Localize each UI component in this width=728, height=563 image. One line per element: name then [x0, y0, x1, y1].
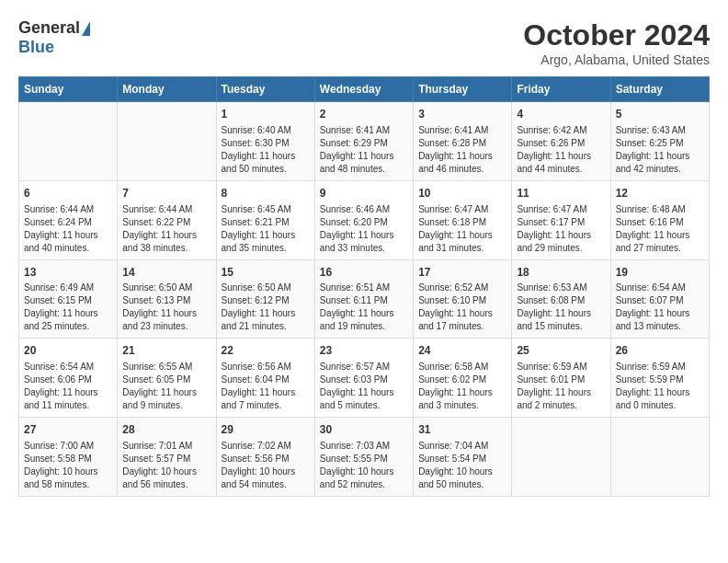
day-info: Sunrise: 6:41 AMSunset: 6:29 PMDaylight:… [320, 124, 408, 176]
day-number: 30 [320, 422, 408, 438]
calendar-cell: 2Sunrise: 6:41 AMSunset: 6:29 PMDaylight… [314, 102, 413, 181]
calendar-week-row: 6Sunrise: 6:44 AMSunset: 6:24 PMDaylight… [19, 180, 710, 259]
calendar-week-row: 20Sunrise: 6:54 AMSunset: 6:06 PMDayligh… [19, 339, 710, 418]
calendar-cell: 22Sunrise: 6:56 AMSunset: 6:04 PMDayligh… [216, 339, 314, 418]
logo-blue-text: Blue [18, 38, 54, 57]
calendar-cell: 23Sunrise: 6:57 AMSunset: 6:03 PMDayligh… [314, 339, 413, 418]
day-number: 14 [122, 265, 210, 281]
day-number: 15 [222, 265, 310, 281]
calendar-cell: 13Sunrise: 6:49 AMSunset: 6:15 PMDayligh… [19, 259, 118, 339]
calendar-cell: 1Sunrise: 6:40 AMSunset: 6:30 PMDaylight… [216, 102, 314, 181]
calendar-cell [610, 418, 709, 497]
day-number: 2 [320, 107, 408, 122]
day-number: 13 [24, 265, 112, 281]
calendar-cell [19, 102, 118, 181]
day-number: 21 [122, 343, 210, 359]
calendar-cell: 17Sunrise: 6:52 AMSunset: 6:10 PMDayligh… [414, 259, 512, 339]
calendar-cell: 20Sunrise: 6:54 AMSunset: 6:06 PMDayligh… [19, 339, 118, 418]
day-number: 18 [517, 265, 605, 281]
day-info: Sunrise: 7:04 AMSunset: 5:54 PMDaylight:… [418, 440, 506, 491]
day-info: Sunrise: 6:57 AMSunset: 6:03 PMDaylight:… [320, 361, 408, 412]
col-saturday: Saturday [610, 77, 709, 102]
day-number: 31 [418, 422, 506, 438]
day-number: 9 [320, 186, 408, 201]
calendar-cell [118, 102, 216, 181]
day-info: Sunrise: 6:46 AMSunset: 6:20 PMDaylight:… [320, 203, 408, 255]
calendar-cell [512, 418, 610, 497]
day-number: 20 [24, 343, 112, 359]
day-info: Sunrise: 6:52 AMSunset: 6:10 PMDaylight:… [418, 282, 506, 333]
title-block: October 2024 Argo, Alabama, United State… [523, 18, 710, 67]
day-info: Sunrise: 6:42 AMSunset: 6:26 PMDaylight:… [517, 124, 605, 176]
calendar-cell: 11Sunrise: 6:47 AMSunset: 6:17 PMDayligh… [512, 180, 610, 259]
col-sunday: Sunday [19, 77, 118, 102]
col-thursday: Thursday [414, 77, 512, 102]
calendar-cell: 9Sunrise: 6:46 AMSunset: 6:20 PMDaylight… [314, 180, 413, 259]
day-info: Sunrise: 6:58 AMSunset: 6:02 PMDaylight:… [418, 361, 506, 412]
day-number: 5 [616, 107, 704, 122]
col-tuesday: Tuesday [216, 77, 314, 102]
calendar-cell: 16Sunrise: 6:51 AMSunset: 6:11 PMDayligh… [314, 259, 413, 339]
day-info: Sunrise: 7:01 AMSunset: 5:57 PMDaylight:… [122, 440, 210, 491]
day-info: Sunrise: 6:51 AMSunset: 6:11 PMDaylight:… [320, 282, 408, 333]
day-number: 23 [320, 343, 408, 359]
day-number: 26 [616, 343, 704, 359]
day-info: Sunrise: 6:45 AMSunset: 6:21 PMDaylight:… [222, 203, 310, 255]
day-info: Sunrise: 6:44 AMSunset: 6:24 PMDaylight:… [24, 203, 112, 255]
col-friday: Friday [512, 77, 610, 102]
page-header: General Blue October 2024 Argo, Alabama,… [18, 18, 710, 67]
calendar-week-row: 1Sunrise: 6:40 AMSunset: 6:30 PMDaylight… [19, 102, 710, 181]
calendar-cell: 6Sunrise: 6:44 AMSunset: 6:24 PMDaylight… [19, 180, 118, 259]
calendar-cell: 28Sunrise: 7:01 AMSunset: 5:57 PMDayligh… [118, 418, 216, 497]
day-number: 27 [24, 422, 112, 438]
calendar-cell: 30Sunrise: 7:03 AMSunset: 5:55 PMDayligh… [314, 418, 413, 497]
day-info: Sunrise: 6:59 AMSunset: 6:01 PMDaylight:… [517, 361, 605, 412]
day-info: Sunrise: 6:47 AMSunset: 6:17 PMDaylight:… [517, 203, 605, 255]
day-number: 16 [320, 265, 408, 281]
day-number: 28 [122, 422, 210, 438]
calendar-cell: 8Sunrise: 6:45 AMSunset: 6:21 PMDaylight… [216, 180, 314, 259]
day-number: 8 [222, 186, 310, 201]
calendar-subtitle: Argo, Alabama, United States [523, 52, 710, 67]
calendar-header-row: Sunday Monday Tuesday Wednesday Thursday… [19, 77, 710, 102]
day-info: Sunrise: 6:43 AMSunset: 6:25 PMDaylight:… [616, 124, 704, 176]
day-number: 25 [517, 343, 605, 359]
day-info: Sunrise: 6:59 AMSunset: 5:59 PMDaylight:… [616, 361, 704, 412]
calendar-cell: 5Sunrise: 6:43 AMSunset: 6:25 PMDaylight… [610, 102, 709, 181]
calendar-cell: 25Sunrise: 6:59 AMSunset: 6:01 PMDayligh… [512, 339, 610, 418]
calendar-cell: 7Sunrise: 6:44 AMSunset: 6:22 PMDaylight… [118, 180, 216, 259]
calendar-cell: 14Sunrise: 6:50 AMSunset: 6:13 PMDayligh… [118, 259, 216, 339]
calendar-cell: 29Sunrise: 7:02 AMSunset: 5:56 PMDayligh… [216, 418, 314, 497]
day-info: Sunrise: 6:50 AMSunset: 6:13 PMDaylight:… [122, 282, 210, 333]
day-number: 10 [418, 186, 506, 201]
day-number: 22 [222, 343, 310, 359]
calendar-cell: 31Sunrise: 7:04 AMSunset: 5:54 PMDayligh… [414, 418, 512, 497]
calendar-cell: 27Sunrise: 7:00 AMSunset: 5:58 PMDayligh… [19, 418, 118, 497]
day-info: Sunrise: 6:54 AMSunset: 6:06 PMDaylight:… [24, 361, 112, 412]
calendar-table: Sunday Monday Tuesday Wednesday Thursday… [18, 76, 710, 497]
col-wednesday: Wednesday [314, 77, 413, 102]
day-info: Sunrise: 7:02 AMSunset: 5:56 PMDaylight:… [222, 440, 310, 491]
day-number: 19 [616, 265, 704, 281]
calendar-week-row: 27Sunrise: 7:00 AMSunset: 5:58 PMDayligh… [19, 418, 710, 497]
logo-general-text: General [18, 18, 80, 38]
day-info: Sunrise: 6:41 AMSunset: 6:28 PMDaylight:… [418, 124, 506, 176]
day-number: 11 [517, 186, 605, 201]
calendar-cell: 26Sunrise: 6:59 AMSunset: 5:59 PMDayligh… [610, 339, 709, 418]
calendar-cell: 19Sunrise: 6:54 AMSunset: 6:07 PMDayligh… [610, 259, 709, 339]
calendar-week-row: 13Sunrise: 6:49 AMSunset: 6:15 PMDayligh… [19, 259, 710, 339]
day-info: Sunrise: 7:00 AMSunset: 5:58 PMDaylight:… [24, 440, 112, 491]
day-info: Sunrise: 6:54 AMSunset: 6:07 PMDaylight:… [616, 282, 704, 333]
calendar-cell: 18Sunrise: 6:53 AMSunset: 6:08 PMDayligh… [512, 259, 610, 339]
day-number: 12 [616, 186, 704, 201]
calendar-title: October 2024 [523, 18, 710, 52]
day-number: 17 [418, 265, 506, 281]
calendar-cell: 12Sunrise: 6:48 AMSunset: 6:16 PMDayligh… [610, 180, 709, 259]
day-info: Sunrise: 6:40 AMSunset: 6:30 PMDaylight:… [222, 124, 310, 176]
calendar-cell: 24Sunrise: 6:58 AMSunset: 6:02 PMDayligh… [414, 339, 512, 418]
calendar-cell: 10Sunrise: 6:47 AMSunset: 6:18 PMDayligh… [414, 180, 512, 259]
day-info: Sunrise: 6:47 AMSunset: 6:18 PMDaylight:… [418, 203, 506, 255]
day-info: Sunrise: 6:56 AMSunset: 6:04 PMDaylight:… [222, 361, 310, 412]
day-info: Sunrise: 6:50 AMSunset: 6:12 PMDaylight:… [222, 282, 310, 333]
day-info: Sunrise: 6:44 AMSunset: 6:22 PMDaylight:… [122, 203, 210, 255]
